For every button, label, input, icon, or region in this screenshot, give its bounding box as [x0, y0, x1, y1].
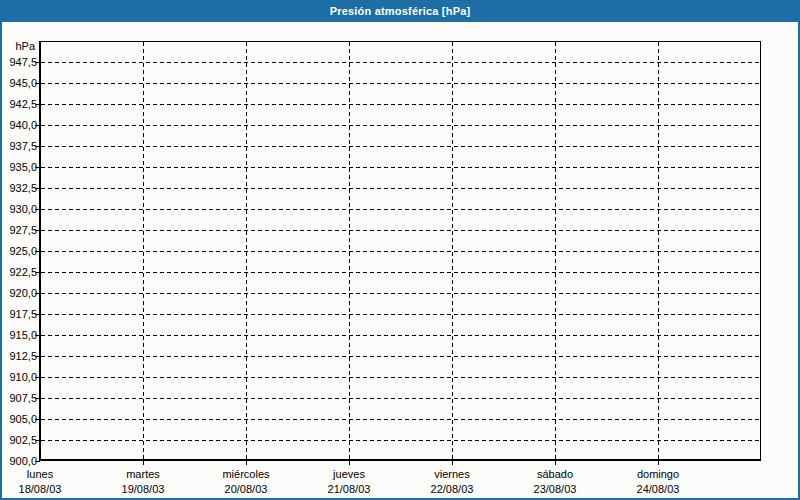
y-tick-label: 917,5 — [0, 307, 37, 321]
day-date-label: 24/08/03 — [610, 483, 706, 496]
day-date-label: 19/08/03 — [95, 483, 191, 496]
day-name-label: jueves — [301, 468, 397, 481]
day-name-label: martes — [95, 468, 191, 481]
y-tick-label: 920,0 — [0, 286, 37, 300]
day-date-label: 18/08/03 — [0, 483, 88, 496]
x-axis-tick — [452, 461, 453, 465]
y-tick-label: 910,0 — [0, 370, 37, 384]
day-name-label: viernes — [404, 468, 500, 481]
horizontal-gridline — [41, 230, 761, 231]
y-tick-label: 902,5 — [0, 433, 37, 447]
y-tick-label: 932,5 — [0, 181, 37, 195]
horizontal-gridline — [41, 125, 761, 126]
horizontal-gridline — [41, 440, 761, 441]
horizontal-gridline — [41, 83, 761, 84]
day-name-label: sábado — [507, 468, 603, 481]
horizontal-gridline — [41, 272, 761, 273]
horizontal-gridline — [41, 356, 761, 357]
x-axis-tick — [143, 461, 144, 465]
vertical-gridline — [555, 42, 556, 459]
horizontal-gridline — [41, 335, 761, 336]
horizontal-gridline — [41, 188, 761, 189]
x-axis-tick — [246, 461, 247, 465]
day-date-label: 22/08/03 — [404, 483, 500, 496]
x-axis-tick — [555, 461, 556, 465]
y-tick-label: 945,0 — [0, 76, 37, 90]
horizontal-gridline — [41, 146, 761, 147]
y-tick-label: 905,0 — [0, 412, 37, 426]
y-tick-label: 947,5 — [0, 55, 37, 69]
horizontal-gridline — [41, 167, 761, 168]
y-tick-label: 940,0 — [0, 118, 37, 132]
horizontal-gridline — [41, 314, 761, 315]
y-tick-label: 925,0 — [0, 244, 37, 258]
horizontal-gridline — [41, 62, 761, 63]
chart-title-bar: Presión atmosférica [hPa] — [0, 0, 800, 22]
y-tick-label: 935,0 — [0, 160, 37, 174]
chart-title: Presión atmosférica [hPa] — [330, 5, 471, 17]
y-tick-label: 907,5 — [0, 391, 37, 405]
y-tick-label: 937,5 — [0, 139, 37, 153]
day-name-label: miércoles — [198, 468, 294, 481]
vertical-gridline — [658, 42, 659, 459]
y-tick-label: 942,5 — [0, 97, 37, 111]
y-axis-unit-label: hPa — [0, 39, 35, 53]
y-tick-label: 900,0 — [0, 454, 37, 468]
vertical-gridline — [452, 42, 453, 459]
day-name-label: lunes — [0, 468, 88, 481]
horizontal-gridline — [41, 104, 761, 105]
horizontal-gridline — [41, 293, 761, 294]
horizontal-gridline — [41, 251, 761, 252]
horizontal-gridline — [41, 209, 761, 210]
pressure-chart-window: Presión atmosférica [hPa] hPa 947,5945,0… — [0, 0, 800, 500]
y-tick-label: 927,5 — [0, 223, 37, 237]
horizontal-gridline — [41, 377, 761, 378]
y-tick-label: 912,5 — [0, 349, 37, 363]
day-date-label: 23/08/03 — [507, 483, 603, 496]
horizontal-gridline — [41, 419, 761, 420]
day-name-label: domingo — [610, 468, 706, 481]
x-axis-tick — [658, 461, 659, 465]
day-date-label: 20/08/03 — [198, 483, 294, 496]
y-tick-label: 922,5 — [0, 265, 37, 279]
vertical-gridline — [143, 42, 144, 459]
day-date-label: 21/08/03 — [301, 483, 397, 496]
vertical-gridline — [349, 42, 350, 459]
y-tick-label: 915,0 — [0, 328, 37, 342]
y-tick-label: 930,0 — [0, 202, 37, 216]
x-axis-tick — [349, 461, 350, 465]
vertical-gridline — [246, 42, 247, 459]
horizontal-gridline — [41, 398, 761, 399]
